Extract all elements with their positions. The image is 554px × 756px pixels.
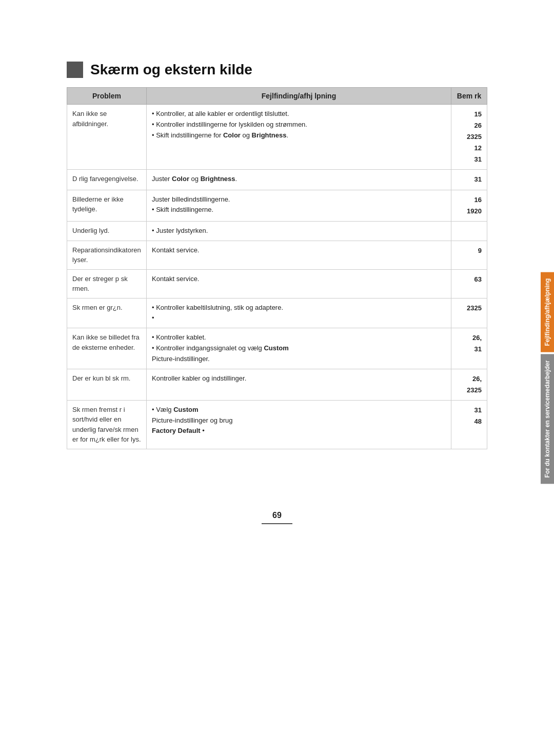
page-number: 69	[272, 511, 282, 520]
problem-cell: Reparationsindikatoren lyser.	[67, 241, 147, 269]
note-cell: 26,31	[451, 328, 487, 369]
solution-cell: • Kontroller kablet.• Kontroller indgang…	[147, 328, 451, 369]
problem-cell: Kan ikke se afbildninger.	[67, 105, 147, 170]
note-cell: 152623251231	[451, 105, 487, 170]
note-cell	[451, 221, 487, 241]
note-cell: 2325	[451, 298, 487, 328]
problem-cell: D rlig farvegengivelse.	[67, 170, 147, 190]
solution-cell: Kontakt service.	[147, 269, 451, 298]
note-cell: 26,2325	[451, 369, 487, 400]
table-row: Sk rmen fremst r i sort/hvid eller en un…	[67, 400, 487, 449]
col-header-solution: Fejlfinding/afhj lpning	[147, 88, 451, 105]
note-cell: 63	[451, 269, 487, 298]
solution-cell: Juster billedindstillingerne.• Skift ind…	[147, 190, 451, 221]
page-number-container: 69	[0, 511, 554, 534]
problem-cell: Underlig lyd.	[67, 221, 147, 241]
table-row: Sk rmen er gr¿n.• Kontroller kabeltilslu…	[67, 298, 487, 328]
problem-cell: Der er kun bl sk rm.	[67, 369, 147, 400]
note-cell: 31	[451, 170, 487, 190]
solution-cell: Kontroller kabler og indstillinger.	[147, 369, 451, 400]
solution-cell: Kontakt service.	[147, 241, 451, 269]
note-cell: 3148	[451, 400, 487, 449]
table-row: Der er kun bl sk rm.Kontroller kabler og…	[67, 369, 487, 400]
col-header-problem: Problem	[67, 88, 147, 105]
problem-cell: Der er streger p sk rmen.	[67, 269, 147, 298]
side-tab-troubleshooting[interactable]: Fejlfinding/afhjælpning	[541, 272, 554, 352]
problem-cell: Billederne er ikke tydelige.	[67, 190, 147, 221]
solution-cell: Juster Color og Brightness.	[147, 170, 451, 190]
note-cell: 9	[451, 241, 487, 269]
table-row: D rlig farvegengivelse.Juster Color og B…	[67, 170, 487, 190]
table-row: Der er streger p sk rmen.Kontakt service…	[67, 269, 487, 298]
section-header: Skærm og ekstern kilde	[67, 62, 487, 78]
problem-cell: Kan ikke se billedet fra de eksterne enh…	[67, 328, 147, 369]
solution-cell: • Juster lydstyrken.	[147, 221, 451, 241]
table-row: Underlig lyd.• Juster lydstyrken.	[67, 221, 487, 241]
problem-cell: Sk rmen fremst r i sort/hvid eller en un…	[67, 400, 147, 449]
table-row: Kan ikke se afbildninger.• Kontroller, a…	[67, 105, 487, 170]
side-tab-container: Fejlfinding/afhjælpning For du kontakter…	[541, 272, 554, 484]
section-icon	[67, 62, 83, 78]
main-table: Problem Fejlfinding/afhj lpning Bem rk K…	[67, 87, 487, 449]
note-cell: 161920	[451, 190, 487, 221]
section-title: Skærm og ekstern kilde	[90, 62, 252, 78]
solution-cell: • Vælg CustomPicture-indstillinger og br…	[147, 400, 451, 449]
side-tab-contact[interactable]: For du kontakter en servicemedarbejder	[541, 354, 554, 484]
table-header-row: Problem Fejlfinding/afhj lpning Bem rk	[67, 88, 487, 105]
problem-cell: Sk rmen er gr¿n.	[67, 298, 147, 328]
table-row: Kan ikke se billedet fra de eksterne enh…	[67, 328, 487, 369]
table-row: Reparationsindikatoren lyser.Kontakt ser…	[67, 241, 487, 269]
solution-cell: • Kontroller, at alle kabler er ordentli…	[147, 105, 451, 170]
solution-cell: • Kontroller kabeltilslutning, stik og a…	[147, 298, 451, 328]
page-number-line	[262, 523, 292, 524]
table-row: Billederne er ikke tydelige.Juster bille…	[67, 190, 487, 221]
col-header-note: Bem rk	[451, 88, 487, 105]
